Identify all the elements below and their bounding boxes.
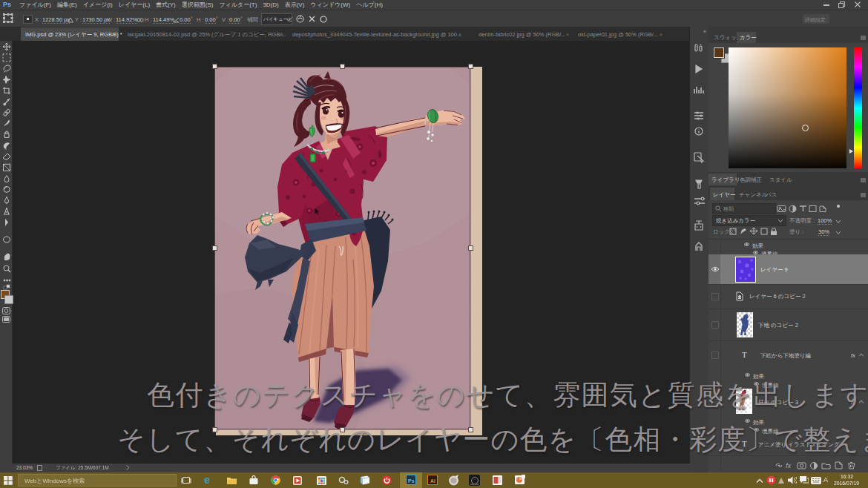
svg-text:fx: fx — [786, 462, 792, 469]
